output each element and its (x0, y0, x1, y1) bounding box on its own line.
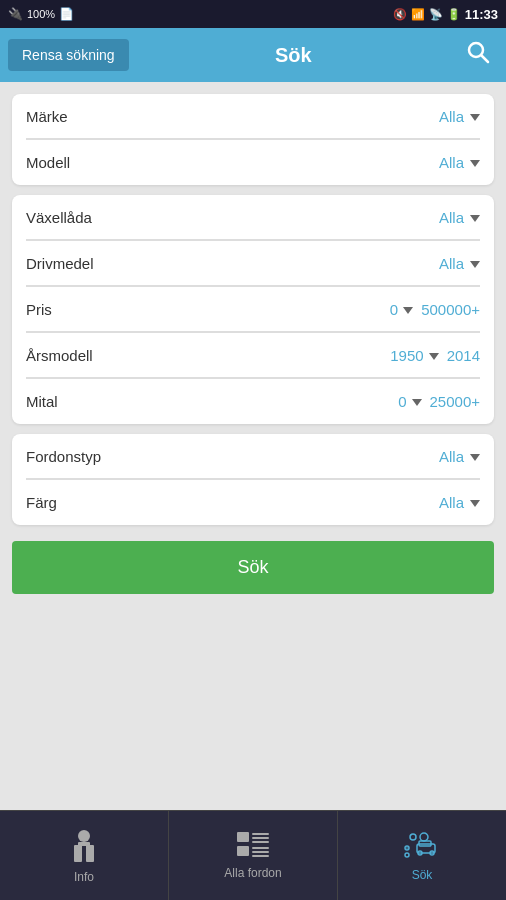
vaxellada-label: Växellåda (26, 209, 92, 226)
modell-chevron-icon (470, 160, 480, 167)
arsmodell-range: 1950 2014 (390, 347, 480, 364)
modell-label: Modell (26, 154, 70, 171)
status-right-icons: 🔇 📶 📡 🔋 11:33 (393, 7, 498, 22)
signal-icon: 📡 (429, 8, 443, 21)
modell-field-row[interactable]: Modell Alla (12, 140, 494, 185)
fordonstyp-chevron-icon (470, 454, 480, 461)
mital-max: 25000+ (430, 393, 480, 410)
filters-card: Växellåda Alla Drivmedel Alla Pris (12, 195, 494, 424)
marke-field-row[interactable]: Märke Alla (12, 94, 494, 139)
svg-rect-10 (237, 846, 249, 856)
bottom-nav-info[interactable]: Info (0, 811, 169, 900)
marke-chevron-icon (470, 114, 480, 121)
svg-rect-3 (74, 845, 82, 862)
sok-label: Sök (412, 868, 433, 882)
alla-fordon-label: Alla fordon (224, 866, 281, 880)
vaxellada-value: Alla (439, 209, 480, 226)
person-icon (69, 828, 99, 866)
pris-min: 0 (390, 301, 413, 318)
pris-max: 500000+ (421, 301, 480, 318)
drivmedel-field-row[interactable]: Drivmedel Alla (12, 241, 494, 286)
list-icon (237, 832, 269, 862)
bottom-nav-sok[interactable]: Sök (338, 811, 506, 900)
svg-rect-5 (78, 842, 90, 846)
fordonstyp-value: Alla (439, 448, 480, 465)
mital-min-chevron-icon (412, 399, 422, 406)
drivmedel-chevron-icon (470, 261, 480, 268)
search-icon[interactable] (458, 32, 498, 78)
svg-rect-6 (237, 832, 249, 842)
marke-label: Märke (26, 108, 68, 125)
wifi-icon: 📶 (411, 8, 425, 21)
mital-range: 0 25000+ (398, 393, 480, 410)
arsmodell-min-chevron-icon (429, 353, 439, 360)
arsmodell-max: 2014 (447, 347, 480, 364)
drivmedel-label: Drivmedel (26, 255, 94, 272)
modell-value: Alla (439, 154, 480, 171)
svg-point-15 (420, 833, 428, 841)
marke-value: Alla (439, 108, 480, 125)
farg-label: Färg (26, 494, 57, 511)
pris-field-row[interactable]: Pris 0 500000+ (12, 287, 494, 332)
svg-point-22 (405, 853, 409, 857)
info-label: Info (74, 870, 94, 884)
farg-field-row[interactable]: Färg Alla (12, 480, 494, 525)
mital-label: Mital (26, 393, 58, 410)
pris-range: 0 500000+ (390, 301, 480, 318)
svg-rect-4 (86, 845, 94, 862)
pris-label: Pris (26, 301, 52, 318)
svg-point-2 (78, 830, 90, 842)
pris-min-chevron-icon (403, 307, 413, 314)
sim-icon: 📄 (59, 7, 74, 21)
status-bar: 🔌 100% 📄 🔇 📶 📡 🔋 11:33 (0, 0, 506, 28)
brand-model-card: Märke Alla Modell Alla (12, 94, 494, 185)
battery-icon: 🔋 (447, 8, 461, 21)
svg-rect-12 (252, 851, 269, 853)
search-button[interactable]: Sök (12, 541, 494, 594)
vehicle-color-card: Fordonstyp Alla Färg Alla (12, 434, 494, 525)
drivmedel-value: Alla (439, 255, 480, 272)
time-display: 11:33 (465, 7, 498, 22)
svg-rect-9 (252, 841, 269, 843)
farg-value: Alla (439, 494, 480, 511)
clear-search-button[interactable]: Rensa sökning (8, 39, 129, 71)
bottom-nav: Info Alla fordon (0, 810, 506, 900)
svg-point-14 (410, 834, 416, 840)
search-button-container: Sök (12, 535, 494, 600)
nav-title: Sök (129, 44, 458, 67)
bottom-nav-alla-fordon[interactable]: Alla fordon (169, 811, 338, 900)
status-left-icons: 🔌 100% 📄 (8, 7, 74, 21)
search-car-icon (404, 830, 440, 864)
battery-full-icon: 100% (27, 8, 55, 20)
fordonstyp-field-row[interactable]: Fordonstyp Alla (12, 434, 494, 479)
mute-icon: 🔇 (393, 8, 407, 21)
fordonstyp-label: Fordonstyp (26, 448, 101, 465)
vaxellada-field-row[interactable]: Växellåda Alla (12, 195, 494, 240)
mital-min: 0 (398, 393, 421, 410)
usb-icon: 🔌 (8, 7, 23, 21)
svg-rect-8 (252, 837, 269, 839)
svg-point-21 (406, 847, 408, 849)
nav-bar: Rensa sökning Sök (0, 28, 506, 82)
svg-rect-13 (252, 855, 269, 857)
main-content: Märke Alla Modell Alla Växellåda (0, 82, 506, 810)
arsmodell-field-row[interactable]: Årsmodell 1950 2014 (12, 333, 494, 378)
vaxellada-chevron-icon (470, 215, 480, 222)
arsmodell-label: Årsmodell (26, 347, 93, 364)
mital-field-row[interactable]: Mital 0 25000+ (12, 379, 494, 424)
svg-rect-7 (252, 833, 269, 835)
svg-rect-11 (252, 847, 269, 849)
arsmodell-min: 1950 (390, 347, 438, 364)
svg-line-1 (482, 56, 489, 63)
farg-chevron-icon (470, 500, 480, 507)
